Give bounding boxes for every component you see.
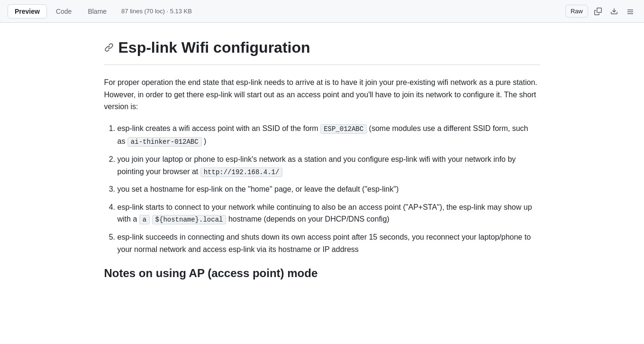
step1-code1: ESP_012ABC [320,124,367,134]
step1-code2: ai-thinker-012ABC [127,137,202,147]
file-info: 87 lines (70 loc) · 5.13 KB [121,8,192,15]
step2-code1: http://192.168.4.1/ [200,167,283,177]
intro-paragraph: For proper operation the end state that … [104,76,540,113]
tab-preview[interactable]: Preview [8,4,47,19]
toolbar-right: Raw [565,5,636,18]
toolbar: Preview Code Blame 87 lines (70 loc) · 5… [0,0,644,23]
download-button[interactable] [608,5,620,18]
toolbar-left: Preview Code Blame 87 lines (70 loc) · 5… [8,4,192,19]
title-divider [104,65,540,65]
step1-text-middle: (some modules use a different SSID form,… [367,124,528,132]
list-item: esp-link succeeds in connecting and shut… [118,231,540,255]
step2-text-before: you join your laptop or phone to esp-lin… [118,155,516,176]
tab-code[interactable]: Code [49,4,79,19]
menu-button[interactable] [624,5,636,18]
steps-list: esp-link creates a wifi access point wit… [104,122,540,255]
step4-space [150,215,152,223]
step5-text: esp-link succeeds in connecting and shut… [118,233,531,253]
list-item: you set a hostname for esp-link on the "… [118,183,540,195]
list-icon [626,8,634,15]
list-item: esp-link starts to connect to your netwo… [118,201,540,225]
list-item: you join your laptop or phone to esp-lin… [118,153,540,177]
step3-text: you set a hostname for esp-link on the "… [118,185,399,193]
title-wrapper: Esp-link Wifi configuration [104,38,540,57]
tab-blame[interactable]: Blame [81,4,114,19]
page-title: Esp-link Wifi configuration [118,38,310,57]
step4-text-after: hostname (depends on your DHCP/DNS confi… [226,215,389,223]
step4-code1: a [139,215,150,224]
raw-button[interactable]: Raw [565,5,588,18]
section2-heading: Notes on using AP (access point) mode [104,267,540,280]
copy-button[interactable] [592,5,604,18]
step4-code2: ${hostname}.local [152,215,227,224]
main-content: Esp-link Wifi configuration For proper o… [85,23,559,303]
anchor-link[interactable] [104,43,114,52]
step1-text-before: esp-link creates a wifi access point wit… [118,124,321,132]
link-icon [104,43,114,52]
download-icon [610,8,618,15]
list-item: esp-link creates a wifi access point wit… [118,122,540,148]
copy-icon [594,8,602,15]
step1-indent: as ai-thinker-012ABC ) [118,135,540,148]
